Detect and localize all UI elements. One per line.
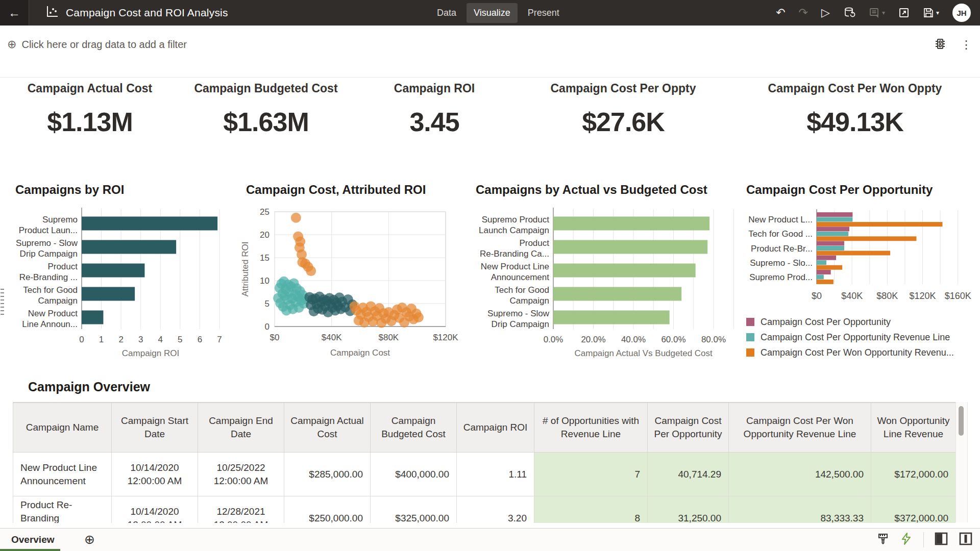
table-cell[interactable]: 83,333.33 [729, 496, 871, 523]
save-caret-icon[interactable]: ▾ [936, 10, 939, 16]
table-cell[interactable]: 3.20 [457, 496, 534, 523]
panel-drag-handle[interactable] [1, 289, 5, 317]
column-header-1[interactable]: Campaign Start Date [112, 403, 198, 453]
bar-0[interactable] [553, 217, 709, 231]
table-cell[interactable]: $172,000.00 [871, 453, 956, 496]
table-row-1[interactable]: Product Re-Branding Campaign10/14/2020 1… [13, 496, 956, 523]
category-label: New Product Line [481, 262, 549, 271]
group-bar-2-3[interactable] [817, 265, 842, 270]
actual-vs-budgeted-chart[interactable]: Supremo ProductLaunch CampaignProductRe-… [470, 199, 737, 363]
tab-data[interactable]: Data [430, 3, 463, 23]
bar-0[interactable] [82, 217, 217, 231]
campaigns-by-roi-chart[interactable]: SupremoProduct Laun...Supremo - SlowDrip… [5, 199, 235, 363]
scatter-point-cluster-high-cost[interactable] [291, 213, 301, 223]
column-header-3[interactable]: Campaign Actual Cost [284, 403, 371, 453]
group-bar-0-4[interactable] [817, 270, 831, 274]
toggle-left-panel-icon[interactable] [934, 532, 948, 548]
table-row-0[interactable]: New Product Line Announcement10/14/2020 … [13, 453, 956, 496]
group-bar-1-1[interactable] [817, 232, 848, 236]
group-bar-0-0[interactable] [817, 212, 852, 217]
bar-3[interactable] [82, 287, 135, 301]
export-icon[interactable] [898, 7, 910, 18]
legend-item-0[interactable]: Campaign Cost Per Opportunity [746, 314, 954, 330]
group-bar-1-3[interactable] [817, 260, 826, 265]
group-bar-2-1[interactable] [817, 236, 916, 241]
table-scrollbar-thumb[interactable] [959, 406, 964, 436]
table-cell[interactable]: New Product Line Announcement [13, 453, 112, 496]
add-canvas-button[interactable]: ⊕ [84, 532, 95, 547]
toggle-right-panel-icon[interactable] [959, 532, 973, 548]
table-cell[interactable]: $400,000.00 [371, 453, 457, 496]
table-cell[interactable]: 10/25/2022 12:00:00 AM [198, 453, 284, 496]
kpi-campaign-cost-per-won-oppty[interactable]: Campaign Cost Per Won Oppty $49.13K [748, 82, 962, 137]
column-header-2[interactable]: Campaign End Date [198, 403, 284, 453]
table-cell[interactable]: 10/14/2020 12:00:00 AM [112, 496, 198, 523]
table-cell[interactable]: $325,000.00 [371, 496, 457, 523]
add-filter-plus-icon: ⊕ [7, 38, 16, 51]
refresh-data-icon[interactable] [843, 7, 855, 19]
bar-3[interactable] [553, 287, 681, 301]
group-bar-0-3[interactable] [817, 256, 836, 260]
undo-icon[interactable]: ↶ [776, 7, 785, 18]
legend-item-1[interactable]: Campaign Cost Per Opportunity Revenue Li… [746, 330, 954, 345]
table-cell[interactable]: 1.11 [457, 453, 534, 496]
group-bar-2-2[interactable] [817, 251, 890, 256]
table-cell[interactable]: 10/14/2020 12:00:00 AM [112, 453, 198, 496]
table-cell[interactable]: 142,500.00 [729, 453, 871, 496]
table-scrollbar-track[interactable] [955, 402, 968, 522]
column-header-7[interactable]: Campaign Cost Per Opportunity [648, 403, 729, 453]
style-brush-icon[interactable] [876, 532, 890, 547]
campaign-overview-table[interactable]: Campaign NameCampaign Start DateCampaign… [13, 402, 955, 523]
table-header-row: Campaign NameCampaign Start DateCampaign… [13, 403, 956, 453]
table-cell[interactable]: $285,000.00 [284, 453, 371, 496]
category-label: Announcement [491, 272, 550, 282]
table-cell[interactable]: 31,250.00 [648, 496, 729, 523]
bar-4[interactable] [82, 311, 103, 324]
group-bar-2-0[interactable] [817, 222, 942, 227]
table-cell[interactable]: 40,714.29 [648, 453, 729, 496]
table-cell[interactable]: 7 [534, 453, 648, 496]
cost-per-opportunity-chart[interactable]: New Product L...Tech for Good ...Product… [743, 199, 978, 312]
x-tick-label: $120K [909, 291, 936, 301]
group-bar-1-2[interactable] [817, 246, 844, 251]
auto-insights-bolt-icon[interactable] [900, 532, 913, 547]
back-button[interactable]: ← [0, 0, 29, 26]
scatter-point-cluster-high-cost[interactable] [306, 266, 316, 276]
kpi-campaign-roi[interactable]: Campaign ROI 3.45 [327, 82, 542, 137]
bar-2[interactable] [82, 264, 144, 278]
table-title: Campaign Overview [28, 380, 150, 394]
tab-visualize[interactable]: Visualize [467, 3, 518, 23]
bar-1[interactable] [553, 240, 707, 254]
group-bar-0-1[interactable] [817, 227, 849, 231]
group-bar-1-4[interactable] [817, 274, 824, 279]
column-header-6[interactable]: # of Opportunities with Revenue Line [534, 403, 648, 453]
column-header-4[interactable]: Campaign Budgeted Cost [371, 403, 457, 453]
column-header-5[interactable]: Campaign ROI [457, 403, 534, 453]
legend-item-2[interactable]: Campaign Cost Per Won Opportunity Revenu… [746, 345, 954, 360]
user-avatar[interactable]: JH [952, 4, 971, 22]
bar-1[interactable] [82, 240, 176, 254]
cost-attributed-roi-scatter[interactable]: 0510152025$0$40K$80K$120KAttributed ROIC… [240, 199, 464, 363]
kpi-campaign-cost-per-oppty[interactable]: Campaign Cost Per Oppty $27.6K [516, 82, 730, 137]
tab-present[interactable]: Present [521, 3, 567, 23]
table-cell[interactable]: 12/28/2021 12:00:00 AM [198, 496, 284, 523]
table-cell[interactable]: $372,000.00 [871, 496, 956, 523]
group-bar-2-4[interactable] [817, 280, 834, 284]
canvas-tab-overview[interactable]: Overview [11, 534, 55, 545]
column-header-9[interactable]: Won Opportunity Line Revenue [871, 403, 956, 453]
add-filter-button[interactable]: ⊕ Click here or drag data to add a filte… [7, 38, 187, 51]
canvas-settings-icon[interactable] [933, 37, 947, 53]
group-bar-0-2[interactable] [817, 241, 844, 246]
table-cell[interactable]: Product Re-Branding Campaign [13, 496, 112, 523]
group-bar-1-0[interactable] [817, 217, 852, 222]
scatter-point-cluster-high-cost[interactable] [413, 312, 424, 322]
save-icon[interactable]: ▾ [923, 7, 939, 18]
bar-2[interactable] [553, 264, 696, 278]
table-cell[interactable]: $250,000.00 [284, 496, 371, 523]
column-header-0[interactable]: Campaign Name [13, 403, 112, 453]
play-icon[interactable]: ▷ [821, 7, 830, 18]
bar-4[interactable] [553, 311, 670, 324]
table-cell[interactable]: 8 [534, 496, 648, 523]
column-header-8[interactable]: Campaign Cost Per Won Opportunity Revenu… [729, 403, 871, 453]
canvas-menu-kebab-icon[interactable]: ⋮ [961, 38, 972, 52]
